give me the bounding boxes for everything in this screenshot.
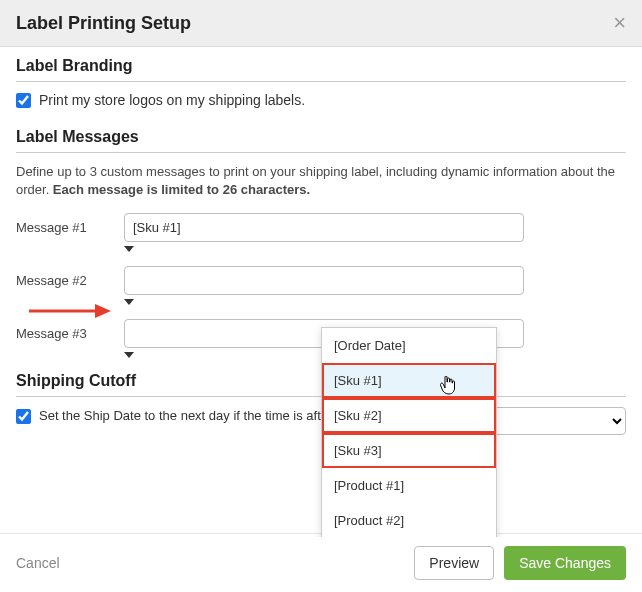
message-row-2: Message #2	[16, 266, 626, 295]
dropdown-item[interactable]: [Order Date]	[322, 328, 496, 363]
messages-helptext: Define up to 3 custom messages to print …	[16, 163, 626, 199]
modal-body: Label Branding Print my store logos on m…	[0, 47, 642, 537]
message-2-input[interactable]	[124, 266, 524, 295]
arrow-annotation-icon	[27, 302, 111, 320]
token-dropdown-menu: [Order Date] [Sku #1] [Sku #2] [Sku #3] …	[321, 327, 497, 537]
section-title-messages: Label Messages	[16, 128, 626, 146]
message-2-label: Message #2	[16, 273, 104, 288]
divider	[16, 152, 626, 153]
modal-title: Label Printing Setup	[16, 13, 191, 34]
message-1-dropdown-trigger[interactable]	[124, 246, 134, 252]
close-icon[interactable]: ×	[613, 12, 626, 34]
dropdown-item[interactable]: [Sku #1]	[322, 363, 496, 398]
helptext-bold: Each message is limited to 26 characters…	[53, 182, 310, 197]
message-1-label: Message #1	[16, 220, 104, 235]
dropdown-item[interactable]: [Product #2]	[322, 503, 496, 537]
save-changes-button[interactable]: Save Changes	[504, 546, 626, 580]
message-row-1: Message #1	[16, 213, 626, 242]
modal-header: Label Printing Setup ×	[0, 0, 642, 47]
message-3-label: Message #3	[16, 326, 104, 341]
modal-footer: Cancel Preview Save Changes	[0, 533, 642, 592]
message-2-dropdown-trigger[interactable]	[124, 299, 134, 305]
branding-row: Print my store logos on my shipping labe…	[16, 92, 626, 108]
section-title-branding: Label Branding	[16, 57, 626, 75]
cancel-button[interactable]: Cancel	[16, 555, 60, 571]
shipdate-checkbox[interactable]	[16, 409, 31, 424]
dropdown-item[interactable]: [Sku #2]	[322, 398, 496, 433]
branding-checkbox[interactable]	[16, 93, 31, 108]
message-1-input[interactable]	[124, 213, 524, 242]
branding-checkbox-label: Print my store logos on my shipping labe…	[39, 92, 305, 108]
dropdown-item[interactable]: [Sku #3]	[322, 433, 496, 468]
message-3-dropdown-trigger[interactable]	[124, 352, 134, 358]
preview-button[interactable]: Preview	[414, 546, 494, 580]
svg-marker-1	[95, 304, 111, 318]
divider	[16, 81, 626, 82]
dropdown-item[interactable]: [Product #1]	[322, 468, 496, 503]
